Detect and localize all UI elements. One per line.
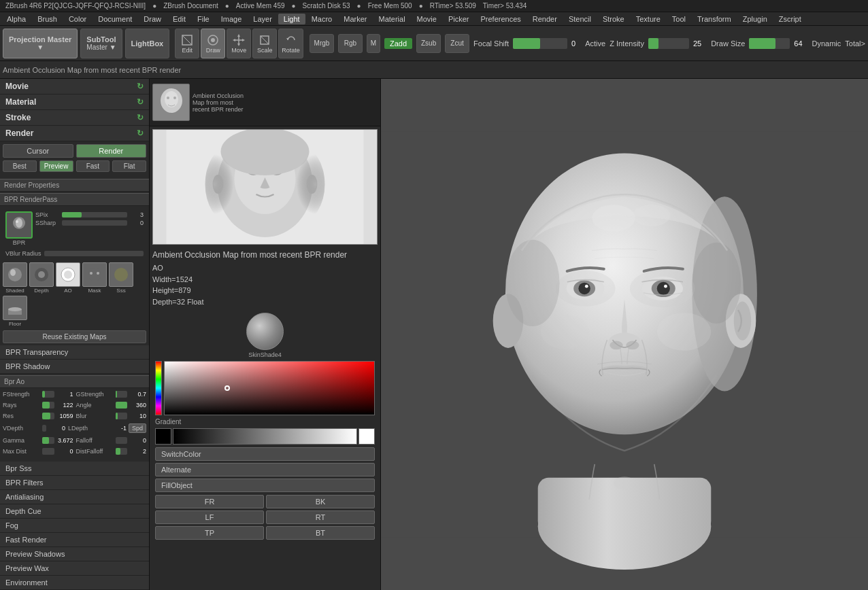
menu-picker[interactable]: Picker — [443, 14, 475, 24]
ao-map-preview[interactable] — [152, 129, 378, 245]
zadd-button[interactable]: Zadd — [384, 38, 412, 49]
sidebar-item-movie[interactable]: Movie ↻ — [0, 79, 149, 94]
z-intensity-slider[interactable] — [648, 38, 689, 49]
render-thumbnail[interactable] — [152, 84, 190, 121]
pass-shaded[interactable]: Shaded — [3, 262, 27, 294]
color-saturation-box[interactable] — [164, 361, 375, 415]
reuse-existing-maps-button[interactable]: Reuse Existing Maps — [3, 330, 146, 343]
spd-button[interactable]: Spd — [129, 423, 146, 433]
bpr-filters-toggle[interactable]: BPR Filters — [0, 476, 149, 490]
zsub-button[interactable]: Zsub — [416, 34, 441, 53]
menu-color[interactable]: Color — [63, 14, 92, 24]
focal-shift-slider[interactable] — [513, 38, 567, 49]
m-button[interactable]: M — [367, 34, 380, 53]
menu-texture[interactable]: Texture — [631, 14, 666, 24]
edit-button[interactable]: Edit — [175, 29, 199, 58]
distfalloff-slider[interactable] — [116, 448, 128, 455]
environment-toggle[interactable]: Environment — [0, 576, 149, 590]
menu-alpha[interactable]: Alpha — [1, 14, 31, 24]
preview-button[interactable]: Preview — [39, 160, 73, 172]
rgb-button[interactable]: Rgb — [338, 34, 363, 53]
rays-slider[interactable] — [42, 402, 54, 409]
fog-toggle[interactable]: Fog — [0, 519, 149, 533]
menu-light[interactable]: Light — [278, 14, 305, 24]
flat-button[interactable]: Flat — [112, 160, 146, 172]
cursor-button[interactable]: Cursor — [3, 144, 73, 158]
preview-wax-toggle[interactable]: Preview Wax — [0, 561, 149, 576]
antialiasing-toggle[interactable]: Antialiasing — [0, 490, 149, 504]
menu-transform[interactable]: Transform — [692, 14, 737, 24]
menu-edit[interactable]: Edit — [167, 14, 191, 24]
subtool-master-button[interactable]: SubTool Master ▼ — [80, 29, 122, 58]
fr-button[interactable]: FR — [155, 495, 264, 508]
menu-stroke[interactable]: Stroke — [597, 14, 630, 24]
menu-movie[interactable]: Movie — [412, 14, 442, 24]
lightbox-button[interactable]: LightBox — [125, 29, 170, 58]
right-panel[interactable] — [381, 79, 868, 590]
fast-render-toggle[interactable]: Fast Render — [0, 533, 149, 547]
gamma-slider[interactable] — [42, 437, 54, 444]
maxdist-slider[interactable] — [42, 448, 54, 455]
angle-slider[interactable] — [116, 402, 128, 409]
menu-zplugin[interactable]: Zplugin — [737, 14, 773, 24]
hue-slider[interactable] — [155, 361, 162, 415]
rt-button[interactable]: RT — [266, 510, 375, 524]
tp-button[interactable]: TP — [155, 526, 264, 540]
mrgb-button[interactable]: Mrgb — [310, 34, 334, 53]
sidebar-item-stroke[interactable]: Stroke ↻ — [0, 110, 149, 126]
fstrength-slider[interactable] — [42, 391, 54, 398]
menu-preferences[interactable]: Preferences — [475, 14, 527, 24]
render-button[interactable]: Render — [76, 144, 147, 158]
best-button[interactable]: Best — [3, 160, 37, 172]
scale-button[interactable]: Scale — [252, 29, 277, 58]
menu-stencil[interactable]: Stencil — [563, 14, 597, 24]
sidebar-item-render[interactable]: Render ↻ — [0, 126, 149, 141]
preview-shadows-toggle[interactable]: Preview Shadows — [0, 547, 149, 561]
menu-macro[interactable]: Macro — [306, 14, 338, 24]
switch-color-button[interactable]: SwitchColor — [155, 447, 375, 461]
bt-button[interactable]: BT — [266, 526, 375, 540]
sidebar-item-material[interactable]: Material ↻ — [0, 94, 149, 110]
bpr-transparency-toggle[interactable]: BPR Transparency — [0, 345, 149, 360]
menu-marker[interactable]: Marker — [338, 14, 372, 24]
menu-tool[interactable]: Tool — [667, 14, 691, 24]
move-button[interactable]: Move — [227, 29, 251, 58]
lf-button[interactable]: LF — [155, 510, 264, 524]
fill-object-button[interactable]: FillObject — [155, 479, 375, 492]
menu-layer[interactable]: Layer — [248, 14, 278, 24]
vblur-slider[interactable] — [44, 251, 144, 256]
zcut-button[interactable]: Zcut — [445, 34, 469, 53]
pass-depth[interactable]: Depth — [29, 262, 54, 294]
pass-floor[interactable]: Floor — [3, 296, 27, 327]
ssharp-slider[interactable] — [62, 220, 127, 226]
menu-draw[interactable]: Draw — [138, 14, 167, 24]
res-slider[interactable] — [42, 413, 54, 419]
fast-button[interactable]: Fast — [76, 160, 110, 172]
pass-sss[interactable]: Sss — [109, 262, 133, 294]
bpr-shadow-toggle[interactable]: BPR Shadow — [0, 360, 149, 374]
menu-file[interactable]: File — [192, 14, 215, 24]
menu-image[interactable]: Image — [216, 14, 248, 24]
falloff-slider[interactable] — [116, 437, 128, 444]
menu-document[interactable]: Document — [93, 14, 137, 24]
pass-ao[interactable]: AO — [56, 262, 80, 294]
spix-slider[interactable] — [62, 212, 127, 218]
menu-zscript[interactable]: Zscript — [773, 14, 807, 24]
draw-size-slider[interactable] — [749, 38, 790, 49]
blur-slider[interactable] — [116, 413, 128, 419]
vdepth-slider[interactable] — [42, 425, 46, 432]
bpr-sss-toggle[interactable]: Bpr Sss — [0, 462, 149, 476]
menu-render[interactable]: Render — [527, 14, 563, 24]
menu-brush[interactable]: Brush — [32, 14, 63, 24]
bpr-icon[interactable] — [5, 211, 33, 239]
pass-mask[interactable]: Mask — [82, 262, 107, 294]
gradient-color2[interactable] — [358, 428, 375, 445]
gradient-color1[interactable] — [155, 428, 171, 445]
draw-button[interactable]: Draw — [201, 29, 225, 58]
gradient-bar[interactable] — [173, 428, 357, 445]
menu-material[interactable]: Material — [373, 14, 410, 24]
alternate-button[interactable]: Alternate — [155, 463, 375, 476]
gstrength-slider[interactable] — [116, 391, 128, 398]
rotate-button[interactable]: Rotate — [278, 29, 303, 58]
bk-button[interactable]: BK — [266, 495, 375, 508]
